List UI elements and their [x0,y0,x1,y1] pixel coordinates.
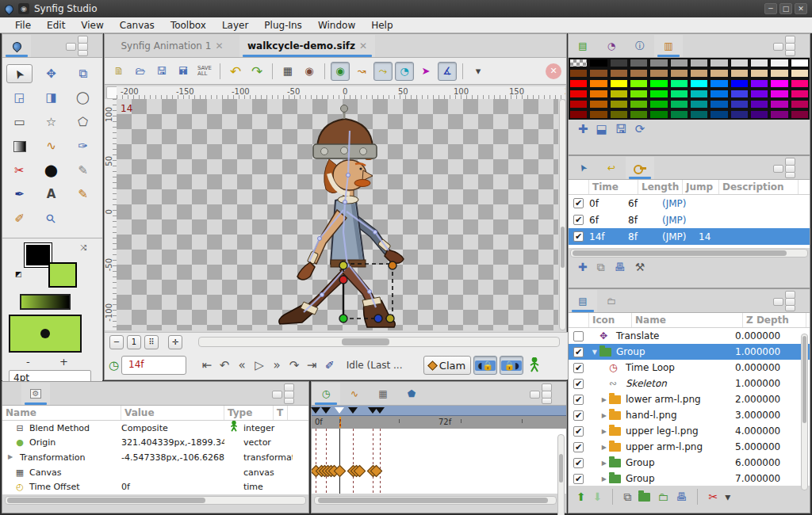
new-doc-button[interactable]: 🗎 [109,62,128,81]
tab-meta-data[interactable]: ⬟ [397,383,426,405]
duplicate-keyframe-button[interactable]: ⧉ [597,261,605,273]
menu-view[interactable]: View [74,19,110,32]
palette-swatch[interactable] [629,99,649,109]
canvas-hscrollbar[interactable] [198,337,560,347]
timetrack-vscrollbar[interactable] [557,434,565,515]
fill-color-swatch[interactable] [48,262,77,288]
palette-swatch[interactable] [649,89,668,99]
palette-swatch[interactable] [649,68,668,78]
dock-controls[interactable] [773,291,806,311]
palette-swatch[interactable] [730,99,749,109]
param-value[interactable]: -4.547338px,-106.626827 [121,452,224,463]
seek-prev-frame-button[interactable]: « [234,356,250,375]
tool-zoom[interactable]: ⚲ [38,209,64,228]
timetrack-hscrollbar[interactable] [314,496,557,505]
layer-visibility-checkbox[interactable]: ✔ [573,379,584,389]
palette-swatch[interactable] [609,109,629,120]
layer-row[interactable]: ✔▶Group6.000000 [569,455,810,471]
seek-next-frame-button[interactable]: » [269,356,285,375]
palette-swatch[interactable] [629,68,649,78]
tool-mirror[interactable]: ⧉ [70,64,96,83]
tool-spline[interactable]: ∿ [38,137,64,156]
layer-visibility-checkbox[interactable]: ✔ [573,426,584,437]
layer-expander[interactable]: ▼ [588,349,599,356]
palette-swatch[interactable] [709,78,729,89]
layer-row[interactable]: ✔◷Time Loop0.000000 [569,360,810,376]
toggle-tangent-handles[interactable]: ⤳ [373,62,393,81]
palette-swatch[interactable] [749,99,769,109]
palette-swatch[interactable] [588,89,608,99]
save-palette-button[interactable]: 🖫 [615,124,627,135]
canvas-vscrollbar[interactable] [559,99,566,330]
current-time-input[interactable]: 14f [121,356,186,375]
minimize-button[interactable]: ─ [764,3,777,14]
toggle-radius-handles[interactable]: ◔ [395,62,414,81]
layer-row[interactable]: ✥Translate0.000000 [569,328,810,344]
zoom-fit-button[interactable]: ⠿ [144,335,159,349]
toggle-angle-handles[interactable]: ∡ [438,62,457,81]
palette-swatch[interactable] [588,78,608,89]
palette-swatch[interactable] [730,68,749,78]
palette-swatch[interactable] [749,109,769,120]
tool-brush[interactable]: ✐ [6,209,33,228]
tab-close-icon[interactable]: ✕ [359,40,367,52]
palette-swatch[interactable] [649,109,668,120]
tab-layers[interactable]: ▤ [569,290,597,312]
save-button[interactable]: 🖫 [152,62,171,81]
palette-swatch[interactable] [709,68,729,78]
param-value[interactable]: 0f [121,482,224,492]
tool-rectangle[interactable]: ▭ [6,113,33,132]
keyframe-marker[interactable] [335,407,344,414]
new-group-button[interactable] [638,493,650,502]
param-row[interactable]: ●Origin321.404339px,-1899.3401vector [2,436,308,451]
export-keyframe-button[interactable]: 🖶 [615,261,626,273]
seek-prev-keyframe-button[interactable]: ↶ [216,356,232,375]
keyframe-row[interactable]: ✔14f8f(JMP)14 [569,228,810,245]
palette-swatch[interactable] [769,89,789,99]
layer-row[interactable]: ✔▶hand-l.png3.000000 [569,407,810,423]
brush-preview[interactable] [9,315,82,353]
tool-circle[interactable]: ◯ [70,89,96,108]
tab-curves[interactable]: ∿ [340,383,369,405]
palette-swatch[interactable] [689,78,709,89]
keyframe-row[interactable]: ✔6f8f(JMP) [569,212,810,228]
palette-swatch[interactable] [629,78,649,89]
keyframe-row[interactable]: ✔22f8f(JMP) [569,245,810,248]
tool-smooth-move[interactable]: ✥ [38,64,64,83]
palette-swatch[interactable] [609,78,629,89]
tool-draw[interactable]: ✎ [70,185,96,204]
tab-navigator[interactable]: ◔ [597,35,626,57]
tab-close-icon[interactable]: ✕ [215,40,223,52]
layer-visibility-checkbox[interactable]: ✔ [573,410,584,421]
lock-past-keyframe-button[interactable]: ◖🔒 [473,356,497,375]
tab-canvas-browser[interactable]: 🗀 [597,290,626,312]
palette-swatch[interactable] [629,109,649,120]
menu-plug-ins[interactable]: Plug-Ins [257,19,309,32]
kf-jump-link[interactable]: (JMP) [662,248,699,249]
layer-expander[interactable]: ▶ [588,475,609,483]
tool-scale[interactable]: ◲ [6,89,33,108]
layer-expander[interactable]: ▶ [588,412,609,419]
palette-swatch[interactable] [609,58,629,68]
tool-animate[interactable]: ✑ [70,137,96,156]
seek-next-keyframe-button[interactable]: ↷ [286,356,302,375]
canvas-tab-1[interactable]: walkcycle-demo.sifz✕ [239,35,375,57]
menu-toolbox[interactable]: Toolbox [163,19,213,32]
dock-controls[interactable] [530,383,563,404]
palette-swatch[interactable] [730,78,749,89]
outline-color-swatch[interactable] [25,243,52,267]
canvas-artwork[interactable] [274,99,436,330]
palette-swatch[interactable] [609,68,629,78]
raise-layer-button[interactable]: ⬆ [576,491,586,502]
animate-mode-icon[interactable] [529,357,540,373]
play-button[interactable]: ▷ [251,356,267,375]
tool-polygon[interactable]: ⬠ [70,113,96,132]
palette-swatch[interactable] [689,99,709,109]
tab-canvases[interactable]: ▤ [569,35,597,57]
toggle-width-handles[interactable]: ➤ [416,62,435,81]
layer-expander[interactable]: ▶ [588,460,609,467]
layers-vscrollbar[interactable] [801,334,808,490]
lower-layer-button[interactable]: ⬇ [593,491,603,502]
titlebar[interactable]: ◉ Synfig Studio ─ □ ✕ [0,0,812,17]
kf-jump-link[interactable]: (JMP) [662,198,699,209]
